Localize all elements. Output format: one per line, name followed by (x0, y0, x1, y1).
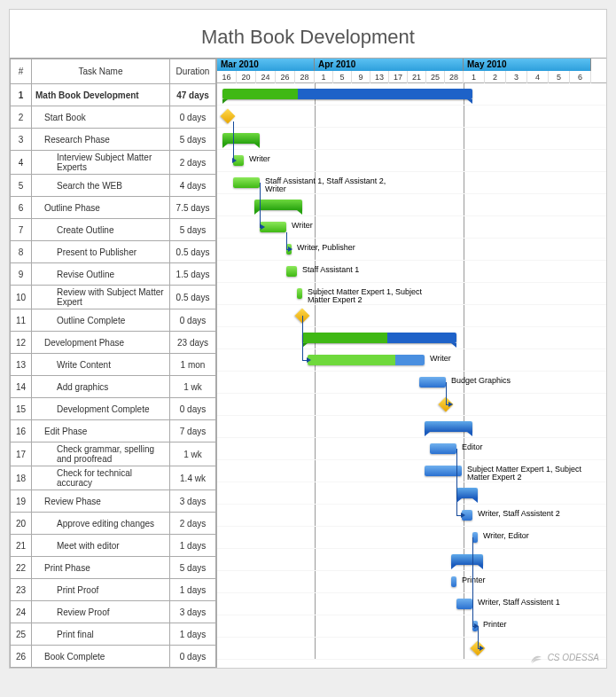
gantt-bar[interactable] (286, 266, 297, 277)
task-name: Development Complete (32, 398, 170, 420)
resource-label: Subject Matter Expert 1, Subject Matter … (467, 466, 591, 482)
task-dur: 2 days (170, 513, 216, 535)
day-header: 5 (333, 71, 352, 83)
task-row[interactable]: 6Outline Phase7.5 days (11, 197, 216, 219)
resource-label: Printer (483, 621, 507, 629)
task-num: 22 (11, 557, 32, 579)
day-header: 6 (570, 71, 591, 83)
task-row[interactable]: 19Review Phase3 days (11, 490, 216, 513)
task-dur: 5 days (170, 557, 216, 579)
gantt-bar[interactable] (233, 177, 260, 188)
task-row[interactable]: 22Print Phase5 days (11, 557, 216, 579)
task-row[interactable]: 18Check for technical accuracy1.4 wk (11, 466, 216, 490)
task-dur: 2 days (170, 151, 216, 175)
task-name: Review Phase (32, 490, 170, 513)
day-header: 1 (315, 71, 333, 83)
task-name: Print Phase (32, 557, 170, 579)
gantt-bar[interactable] (451, 554, 483, 565)
task-num: 2 (11, 106, 32, 129)
task-row[interactable]: 7Create Outline5 days (11, 219, 216, 241)
gantt-bar[interactable] (222, 89, 472, 99)
task-row[interactable]: 26Book Complete0 days (11, 646, 216, 668)
task-row[interactable]: 5Search the WEB4 days (11, 175, 216, 197)
task-dur: 0.5 days (170, 286, 216, 309)
gantt-bar[interactable] (419, 377, 446, 388)
task-name: Outline Complete (32, 309, 170, 332)
task-num: 4 (11, 151, 32, 175)
task-name: Create Outline (32, 219, 170, 241)
resource-label: Writer (249, 155, 270, 163)
task-num: 13 (11, 354, 32, 376)
task-num: 11 (11, 309, 32, 332)
task-num: 19 (11, 490, 32, 513)
task-name: Review Proof (32, 601, 170, 623)
task-num: 16 (11, 420, 32, 442)
task-dur: 0 days (170, 106, 216, 129)
gantt-bar[interactable] (456, 488, 478, 498)
task-num: 15 (11, 398, 32, 420)
task-num: 8 (11, 241, 32, 263)
task-row[interactable]: 11Outline Complete0 days (11, 309, 216, 332)
task-row[interactable]: 8Present to Publisher0.5 days (11, 241, 216, 263)
gantt-bar[interactable] (425, 421, 472, 432)
gantt-bar[interactable] (254, 200, 302, 210)
task-name: Research Phase (32, 129, 170, 151)
task-row[interactable]: 15Development Complete0 days (11, 398, 216, 420)
task-name: Search the WEB (32, 175, 170, 197)
task-dur: 1.5 days (170, 263, 216, 286)
day-header: 28 (445, 71, 464, 83)
day-header: 21 (408, 71, 426, 83)
footer-logo: CS ODESSA (529, 652, 599, 664)
gantt-bar[interactable] (430, 443, 456, 454)
day-header: 28 (295, 71, 315, 83)
task-row[interactable]: 10Review with Subject Matter Expert0.5 d… (11, 286, 216, 309)
gantt-bar[interactable] (302, 333, 456, 343)
gantt-bar[interactable] (222, 133, 260, 144)
month-header: Apr 2010 (315, 59, 464, 71)
timeline[interactable]: Mar 2010Apr 2010May 2010 162024262815913… (217, 59, 606, 668)
task-dur: 4 days (170, 175, 216, 197)
task-row[interactable]: 1Math Book Development47 days (11, 84, 216, 106)
task-row[interactable]: 4Interview Subject Matter Experts2 days (11, 151, 216, 175)
task-name: Check grammar, spelling and proofread (32, 442, 170, 466)
task-name: Print final (32, 623, 170, 646)
resource-label: Writer, Staff Assistent 1 (478, 599, 560, 607)
task-row[interactable]: 16Edit Phase7 days (11, 420, 216, 442)
timeline-body[interactable]: WriterStaff Assistant 1, Staff Assistant… (217, 83, 606, 660)
task-row[interactable]: 25Print final1 days (11, 623, 216, 646)
task-row[interactable]: 2Start Book0 days (11, 106, 216, 129)
task-name: Math Book Development (32, 84, 170, 106)
task-num: 5 (11, 175, 32, 197)
gantt-bar[interactable] (451, 576, 456, 587)
task-row[interactable]: 23Print Proof1 days (11, 579, 216, 601)
task-dur: 5 days (170, 219, 216, 241)
day-header: 17 (389, 71, 408, 83)
resource-label: Staff Assistant 1, Staff Assistant 2, Wr… (265, 177, 389, 193)
task-name: Revise Outline (32, 263, 170, 286)
gantt-bar[interactable] (456, 599, 472, 609)
task-row[interactable]: 13Write Content1 mon (11, 354, 216, 376)
task-row[interactable]: 21Meet with editor1 days (11, 535, 216, 557)
day-header: 5 (549, 71, 570, 83)
task-row[interactable]: 14Add graphics1 wk (11, 376, 216, 398)
task-num: 20 (11, 513, 32, 535)
task-row[interactable]: 3Research Phase5 days (11, 129, 216, 151)
task-row[interactable]: 20Approve editing changes2 days (11, 513, 216, 535)
task-num: 24 (11, 601, 32, 623)
task-row[interactable]: 12Development Phase23 days (11, 332, 216, 354)
task-row[interactable]: 9Revise Outline1.5 days (11, 263, 216, 286)
task-dur: 1 days (170, 579, 216, 601)
task-row[interactable]: 24Review Proof3 days (11, 601, 216, 623)
task-num: 26 (11, 646, 32, 668)
gantt-bar[interactable] (297, 288, 302, 299)
task-dur: 1 days (170, 535, 216, 557)
task-dur: 1 wk (170, 442, 216, 466)
task-dur: 1 days (170, 623, 216, 646)
task-name: Meet with editor (32, 535, 170, 557)
task-name: Interview Subject Matter Experts (32, 151, 170, 175)
task-row[interactable]: 17Check grammar, spelling and proofread1… (11, 442, 216, 466)
month-header: Mar 2010 (217, 59, 315, 71)
gantt-bar[interactable] (308, 355, 425, 365)
task-num: 18 (11, 466, 32, 490)
task-num: 9 (11, 263, 32, 286)
